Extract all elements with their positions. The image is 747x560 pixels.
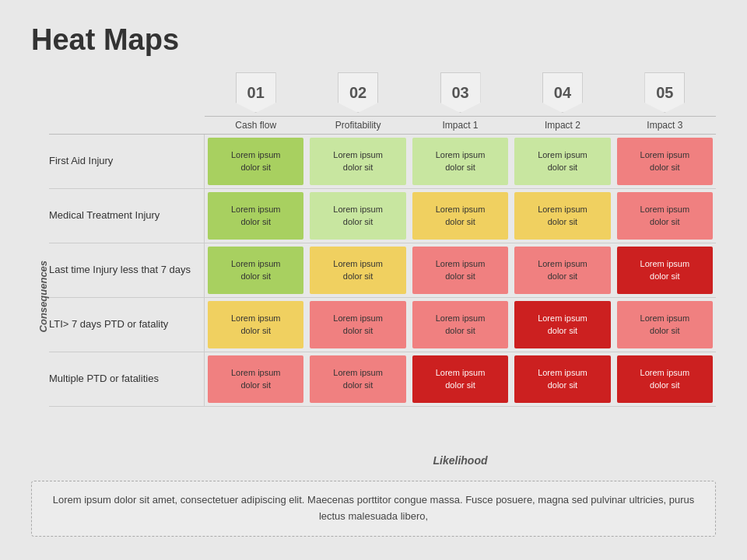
col-header-1: 01 Cash flow	[205, 72, 307, 134]
row-label-1: First Aid Injury	[49, 135, 205, 188]
table-row: LTI> 7 days PTD or fatalityLorem ipsumdo…	[49, 298, 716, 352]
list-item: Lorem ipsumdolor sit	[514, 192, 610, 240]
col-badge-4: 04	[542, 72, 583, 113]
row-cells-4: Lorem ipsumdolor sitLorem ipsumdolor sit…	[205, 298, 716, 352]
list-item: Lorem ipsumdolor sit	[208, 138, 303, 185]
footer-box: Lorem ipsum dolor sit amet, consectetuer…	[31, 481, 716, 537]
grid-area: First Aid InjuryLorem ipsumdolor sitLore…	[49, 134, 716, 450]
row-cells-1: Lorem ipsumdolor sitLorem ipsumdolor sit…	[205, 135, 716, 188]
list-item: Lorem ipsumdolor sit	[412, 247, 508, 294]
table-row: First Aid InjuryLorem ipsumdolor sitLore…	[49, 135, 716, 189]
list-item: Lorem ipsumdolor sit	[514, 355, 610, 403]
list-item: Lorem ipsumdolor sit	[514, 138, 610, 185]
consequences-label: Consequences	[31, 119, 49, 473]
list-item: Lorem ipsumdolor sit	[412, 301, 508, 348]
col-header-2: 02 Profitability	[307, 72, 409, 134]
list-item: Lorem ipsumdolor sit	[310, 247, 405, 294]
column-headers-row: 01 Cash flow 02 Profitability 03 Impact …	[49, 72, 716, 134]
table-row: Last time Injury less that 7 daysLorem i…	[49, 243, 716, 298]
list-item: Lorem ipsumdolor sit	[617, 355, 713, 403]
table-area: 01 Cash flow 02 Profitability 03 Impact …	[49, 72, 716, 473]
list-item: Lorem ipsumdolor sit	[208, 301, 303, 348]
col-name-4: Impact 2	[511, 116, 613, 134]
row-label-3: Last time Injury less that 7 days	[49, 243, 205, 297]
col-header-5: 05 Impact 3	[614, 72, 716, 134]
list-item: Lorem ipsumdolor sit	[310, 192, 405, 240]
table-row: Multiple PTD or fatalitiesLorem ipsumdol…	[49, 352, 716, 407]
list-item: Lorem ipsumdolor sit	[617, 247, 713, 294]
list-item: Lorem ipsumdolor sit	[412, 138, 508, 185]
list-item: Lorem ipsumdolor sit	[514, 301, 610, 348]
footer-text: Lorem ipsum dolor sit amet, consectetuer…	[53, 494, 694, 522]
list-item: Lorem ipsumdolor sit	[514, 247, 610, 294]
col-headers: 01 Cash flow 02 Profitability 03 Impact …	[205, 72, 716, 134]
col-name-5: Impact 3	[614, 116, 716, 134]
list-item: Lorem ipsumdolor sit	[310, 355, 405, 403]
row-label-5: Multiple PTD or fatalities	[49, 352, 205, 406]
row-cells-2: Lorem ipsumdolor sitLorem ipsumdolor sit…	[205, 189, 716, 243]
col-badge-2: 02	[338, 72, 378, 113]
col-badge-3: 03	[440, 72, 481, 113]
col-header-3: 03 Impact 1	[409, 72, 511, 134]
list-item: Lorem ipsumdolor sit	[617, 192, 713, 240]
col-badge-5: 05	[644, 72, 685, 113]
col-name-3: Impact 1	[409, 116, 511, 134]
main-content: Consequences 01 Cash flow 02 Profitabili…	[31, 72, 716, 473]
col-name-2: Profitability	[307, 116, 409, 134]
col-name-1: Cash flow	[205, 116, 307, 134]
page: Heat Maps Consequences 01 Cash flow 02 P…	[0, 0, 747, 560]
row-label-2: Medical Treatment Injury	[49, 189, 205, 243]
list-item: Lorem ipsumdolor sit	[208, 355, 303, 403]
row-label-4: LTI> 7 days PTD or fatality	[49, 298, 205, 352]
page-title: Heat Maps	[31, 23, 716, 57]
list-item: Lorem ipsumdolor sit	[310, 301, 405, 348]
list-item: Lorem ipsumdolor sit	[412, 192, 508, 240]
list-item: Lorem ipsumdolor sit	[617, 138, 713, 185]
spacer	[49, 72, 205, 134]
list-item: Lorem ipsumdolor sit	[617, 301, 713, 348]
list-item: Lorem ipsumdolor sit	[310, 138, 405, 185]
list-item: Lorem ipsumdolor sit	[208, 192, 303, 240]
row-cells-5: Lorem ipsumdolor sitLorem ipsumdolor sit…	[205, 352, 716, 406]
list-item: Lorem ipsumdolor sit	[208, 247, 303, 294]
likelihood-label: Likelihood	[49, 450, 716, 473]
list-item: Lorem ipsumdolor sit	[412, 355, 508, 403]
row-cells-3: Lorem ipsumdolor sitLorem ipsumdolor sit…	[205, 243, 716, 297]
col-header-4: 04 Impact 2	[511, 72, 613, 134]
table-row: Medical Treatment InjuryLorem ipsumdolor…	[49, 189, 716, 243]
col-badge-1: 01	[236, 72, 276, 113]
